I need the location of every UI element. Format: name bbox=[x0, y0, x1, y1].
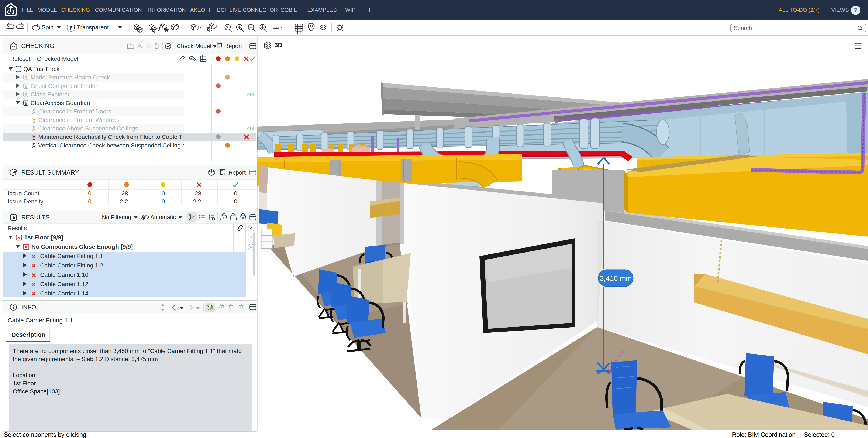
svg-text:§: § bbox=[25, 92, 27, 97]
svg-text:§: § bbox=[25, 101, 27, 105]
svg-text:§: § bbox=[18, 67, 20, 71]
svg-text:3,410 mm: 3,410 mm bbox=[600, 274, 632, 282]
svg-text:§: § bbox=[25, 84, 27, 88]
svg-text:§: § bbox=[25, 76, 27, 80]
